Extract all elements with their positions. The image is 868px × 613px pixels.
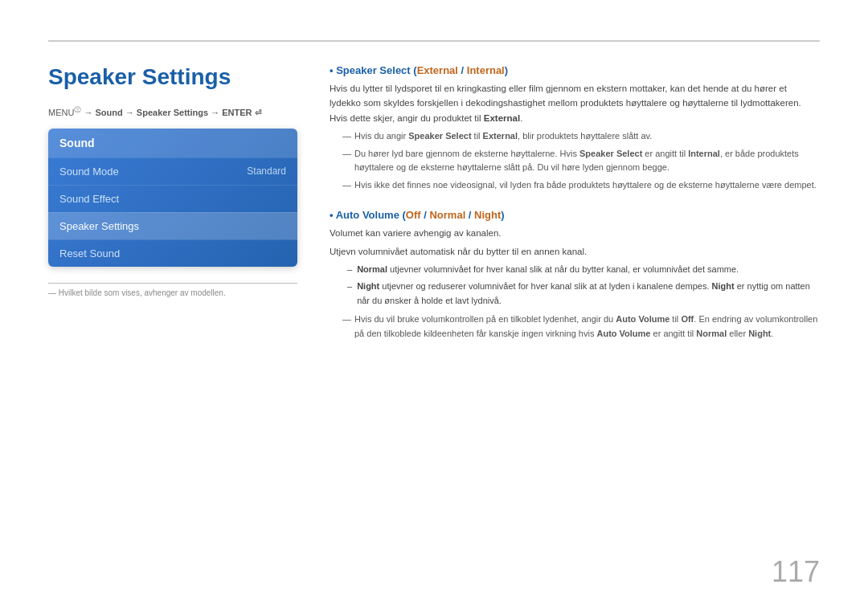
internal-label: Internal: [467, 64, 505, 76]
sep2: /: [421, 209, 430, 221]
page-number: 117: [772, 555, 820, 589]
menu-symbol: ㊂: [74, 105, 81, 113]
dash-night: Night utjevner og reduserer volumnivået …: [347, 280, 820, 308]
menu-item2: Speaker Settings: [137, 108, 208, 117]
menu-item-label: Reset Sound: [59, 247, 120, 260]
external-label: External: [417, 64, 458, 76]
sep1: /: [458, 64, 467, 76]
menu-item-speaker-settings[interactable]: Speaker Settings: [48, 212, 297, 239]
sound-panel-header-label: Sound: [59, 137, 95, 149]
dash-normal: Normal utjevner volumnivået for hver kan…: [347, 263, 820, 277]
menu-prefix: MENU: [48, 108, 74, 117]
menu-item-label: Speaker Settings: [59, 220, 139, 232]
auto-volume-body2: Utjevn volumnivået automatisk når du byt…: [330, 244, 820, 259]
left-column: Speaker Settings MENU㊂ → Sound → Speaker…: [48, 56, 297, 357]
menu-item1: Sound: [96, 108, 123, 117]
menu-path: MENU㊂ → Sound → Speaker Settings → ENTER…: [48, 104, 297, 117]
note-line-1: Hvis du angir Speaker Select til Externa…: [342, 129, 820, 144]
section-auto-volume: • Auto Volume (Off / Normal / Night) Vol…: [330, 209, 820, 341]
night-label: Night: [474, 209, 501, 221]
footnote-text: — Hvilket bilde som vises, avhenger av m…: [48, 288, 297, 297]
menu-item-label: Sound Effect: [59, 193, 119, 205]
note-line-3: Hvis ikke det finnes noe videosignal, vi…: [342, 178, 820, 193]
footnote-divider: [48, 283, 297, 284]
note-auto-volume: Hvis du vil bruke volumkontrollen på en …: [342, 313, 820, 341]
menu-item-sound-mode[interactable]: Sound ModeStandard: [48, 157, 297, 185]
menu-items-container: Sound ModeStandardSound EffectSpeaker Se…: [48, 157, 297, 267]
speaker-select-label: Speaker Select (: [336, 64, 416, 76]
close-paren2: ): [501, 209, 504, 221]
note-line-2: Du hører lyd bare gjennom de eksterne hø…: [342, 147, 820, 175]
normal-label: Normal: [429, 209, 465, 221]
auto-volume-label: Auto Volume (: [336, 209, 406, 221]
bullet2: •: [330, 209, 336, 221]
off-label: Off: [406, 209, 421, 221]
page-title: Speaker Settings: [48, 64, 297, 90]
menu-item-label: Sound Mode: [59, 166, 119, 178]
menu-arrow3: →: [211, 108, 222, 117]
menu-item-reset-sound[interactable]: Reset Sound: [48, 239, 297, 267]
top-border: [48, 40, 820, 42]
sep3: /: [465, 209, 474, 221]
page-container: Speaker Settings MENU㊂ → Sound → Speaker…: [0, 0, 868, 613]
section-title-speaker-select: • Speaker Select (External / Internal): [330, 64, 820, 76]
section-title-auto-volume: • Auto Volume (Off / Normal / Night): [330, 209, 820, 221]
sound-panel: Sound Sound ModeStandardSound EffectSpea…: [48, 129, 297, 267]
right-column: • Speaker Select (External / Internal) H…: [330, 56, 820, 357]
menu-item-value: Standard: [247, 166, 286, 177]
section-speaker-select: • Speaker Select (External / Internal) H…: [330, 64, 820, 193]
menu-arrow1: →: [84, 108, 95, 117]
sound-panel-header: Sound: [48, 129, 297, 157]
speaker-select-body: Hvis du lytter til lydsporet til en krin…: [330, 81, 820, 125]
content-wrapper: Speaker Settings MENU㊂ → Sound → Speaker…: [48, 56, 820, 357]
menu-item-sound-effect[interactable]: Sound Effect: [48, 185, 297, 212]
auto-volume-body1: Volumet kan variere avhengig av kanalen.: [330, 226, 820, 240]
bullet: •: [330, 64, 336, 76]
menu-arrow2: →: [125, 108, 137, 117]
close-paren: ): [505, 64, 508, 76]
menu-enter: ENTER ⏎: [222, 108, 260, 117]
